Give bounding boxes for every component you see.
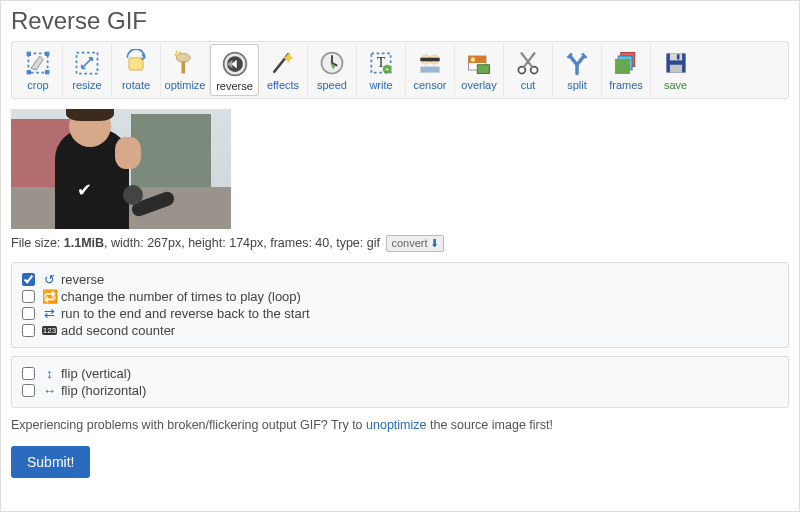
reverse-mini-icon: ↺ — [42, 272, 57, 287]
checkbox-counter[interactable] — [22, 324, 35, 337]
loop-mini-icon: 🔁 — [42, 289, 57, 304]
svg-rect-19 — [429, 58, 440, 62]
censor-icon — [406, 48, 454, 78]
tool-reverse[interactable]: reverse — [210, 44, 259, 96]
overlay-icon — [455, 48, 503, 78]
svg-rect-8 — [182, 61, 186, 73]
help-note: Experiencing problems with broken/flicke… — [11, 418, 789, 432]
tool-write[interactable]: T+ write — [357, 44, 406, 96]
svg-rect-20 — [420, 67, 439, 73]
options-panel-flip: ↕ flip (vertical) ↔ flip (horizontal) — [11, 356, 789, 408]
save-icon — [651, 48, 700, 78]
tool-label: speed — [308, 79, 356, 91]
rotate-icon — [112, 48, 160, 78]
tool-save[interactable]: save — [651, 44, 700, 96]
label-reverse: reverse — [61, 272, 104, 287]
tool-label: save — [651, 79, 700, 91]
reverse-icon — [211, 49, 258, 79]
tool-effects[interactable]: effects — [259, 44, 308, 96]
label-loop: change the number of times to play (loop… — [61, 289, 301, 304]
split-icon — [553, 48, 601, 78]
optimize-icon — [161, 48, 209, 78]
svg-rect-33 — [669, 65, 681, 73]
label-flip-v: flip (vertical) — [61, 366, 131, 381]
unoptimize-link[interactable]: unoptimize — [366, 418, 426, 432]
svg-rect-1 — [27, 52, 31, 56]
download-icon: ⬇ — [430, 237, 439, 249]
tool-resize[interactable]: resize — [63, 44, 112, 96]
svg-rect-31 — [669, 53, 681, 60]
run-end-mini-icon: ⇄ — [42, 306, 57, 321]
file-info: File size: 1.1MiB, width: 267px, height:… — [11, 235, 789, 252]
submit-button[interactable]: Submit! — [11, 446, 90, 478]
gif-preview: ✔ — [11, 109, 231, 229]
svg-text:+: + — [385, 65, 390, 74]
tool-label: frames — [602, 79, 650, 91]
svg-rect-3 — [27, 70, 31, 74]
write-icon: T+ — [357, 48, 405, 78]
speed-icon — [308, 48, 356, 78]
page-title: Reverse GIF — [11, 7, 789, 35]
cut-icon — [504, 48, 552, 78]
tool-label: split — [553, 79, 601, 91]
flip-v-mini-icon: ↕ — [42, 366, 57, 381]
crop-icon — [14, 48, 62, 78]
tool-optimize[interactable]: optimize — [161, 44, 210, 96]
options-panel-main: ↺ reverse 🔁 change the number of times t… — [11, 262, 789, 348]
tool-cut[interactable]: cut — [504, 44, 553, 96]
tool-speed[interactable]: speed — [308, 44, 357, 96]
tool-split[interactable]: split — [553, 44, 602, 96]
tool-label: optimize — [161, 79, 209, 91]
checkbox-run-end[interactable] — [22, 307, 35, 320]
effects-icon — [259, 48, 307, 78]
svg-rect-4 — [45, 70, 49, 74]
frames-icon — [602, 48, 650, 78]
svg-rect-6 — [129, 58, 143, 70]
tool-overlay[interactable]: overlay — [455, 44, 504, 96]
svg-rect-29 — [616, 60, 630, 74]
tool-label: cut — [504, 79, 552, 91]
tool-label: rotate — [112, 79, 160, 91]
svg-point-23 — [471, 57, 475, 61]
checkbox-flip-v[interactable] — [22, 367, 35, 380]
file-size: 1.1MiB — [64, 236, 104, 250]
label-flip-h: flip (horizontal) — [61, 383, 146, 398]
tool-label: crop — [14, 79, 62, 91]
svg-rect-24 — [477, 65, 489, 74]
checkbox-flip-h[interactable] — [22, 384, 35, 397]
tool-label: reverse — [211, 80, 258, 92]
tool-label: write — [357, 79, 405, 91]
label-run-end: run to the end and reverse back to the s… — [61, 306, 310, 321]
svg-rect-2 — [45, 52, 49, 56]
tool-censor[interactable]: censor — [406, 44, 455, 96]
tool-label: overlay — [455, 79, 503, 91]
counter-mini-icon: 123 — [42, 326, 57, 335]
label-counter: add second counter — [61, 323, 175, 338]
resize-icon — [63, 48, 111, 78]
svg-point-7 — [176, 53, 190, 62]
tool-crop[interactable]: crop — [14, 44, 63, 96]
svg-rect-32 — [676, 54, 679, 59]
tool-label: effects — [259, 79, 307, 91]
checkbox-reverse[interactable] — [22, 273, 35, 286]
tool-label: resize — [63, 79, 111, 91]
tool-frames[interactable]: frames — [602, 44, 651, 96]
flip-h-mini-icon: ↔ — [42, 383, 57, 398]
convert-button[interactable]: convert⬇ — [386, 235, 443, 252]
checkbox-loop[interactable] — [22, 290, 35, 303]
toolbar: crop resize rotate optimize reverse — [11, 41, 789, 99]
tool-label: censor — [406, 79, 454, 91]
tool-rotate[interactable]: rotate — [112, 44, 161, 96]
